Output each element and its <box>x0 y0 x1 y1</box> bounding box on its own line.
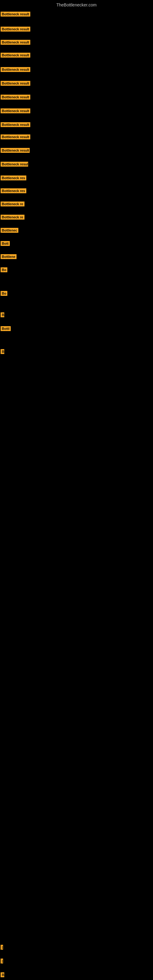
bottleneck-row: Bottleneck result <box>1 95 30 101</box>
bottleneck-label: | <box>1 945 3 950</box>
bottleneck-label: Bottleneck result <box>1 27 30 32</box>
bottleneck-label: Bottleneck result <box>1 108 30 113</box>
bottleneck-row: Bottleneck result <box>1 67 30 73</box>
bottleneck-row: B <box>1 349 4 355</box>
bottleneck-label: Bottleneck res <box>1 175 26 180</box>
bottleneck-label: Bottleneck re <box>1 202 24 207</box>
bottleneck-row: Bottleneck res <box>1 188 26 194</box>
bottleneck-row: Bottlene <box>1 254 16 260</box>
bottleneck-label: Bottleneck result <box>1 67 30 72</box>
bottleneck-label: Bottleneck result <box>1 134 30 139</box>
bottleneck-row: Bottl <box>1 326 11 332</box>
bottleneck-label: B <box>1 312 4 317</box>
bottleneck-row: Bottleneck result <box>1 40 30 46</box>
bottleneck-label: Bo <box>1 291 7 296</box>
bottleneck-row: Bottleneck result <box>1 12 30 18</box>
bottleneck-label: Bottleneck resul <box>1 162 28 167</box>
bottleneck-label: Bottleneck result <box>1 52 30 57</box>
bottleneck-row: Bo <box>1 291 7 297</box>
bottleneck-row: Bottleneck result <box>1 27 30 33</box>
bottleneck-row: B <box>1 972 4 978</box>
bottleneck-row: Bottlenec <box>1 228 18 234</box>
bottleneck-row: | <box>1 959 3 965</box>
bottleneck-row: | <box>1 945 3 951</box>
bottleneck-label: Bottleneck result <box>1 122 30 127</box>
bottleneck-label: B <box>1 972 4 977</box>
bottleneck-row: Bottleneck result <box>1 134 30 140</box>
bottleneck-row: Bottleneck result <box>1 108 30 115</box>
bottleneck-row: Bottleneck res <box>1 175 26 181</box>
bottleneck-label: Bottl <box>1 326 11 331</box>
bottleneck-label: Bott <box>1 241 10 246</box>
bottleneck-label: B <box>1 349 4 354</box>
bottleneck-row: B <box>1 312 4 318</box>
bottleneck-row: Bottleneck result <box>1 81 30 87</box>
bottleneck-label: Bottlenec <box>1 228 18 233</box>
bottleneck-row: Bottleneck result <box>1 52 30 59</box>
bottleneck-label: Bottleneck res <box>1 188 26 193</box>
bottleneck-row: Bottleneck re <box>1 202 24 208</box>
bottleneck-label: Bottleneck result <box>1 95 30 100</box>
bottleneck-label: Bottleneck result <box>1 40 30 45</box>
bottleneck-row: Bott <box>1 241 10 247</box>
bottleneck-label: | <box>1 959 3 964</box>
bottleneck-label: Bottleneck result <box>1 12 30 16</box>
bottleneck-row: Bottleneck resul <box>1 162 28 168</box>
bottleneck-label: Bottleneck result <box>1 148 30 153</box>
bottleneck-row: Bo <box>1 267 7 274</box>
bottleneck-row: Bottleneck re <box>1 215 24 221</box>
site-title: TheBottlenecker.com <box>0 0 153 10</box>
bottleneck-label: Bottleneck re <box>1 215 24 220</box>
bottleneck-label: Bo <box>1 267 7 272</box>
bottleneck-label: Bottleneck result <box>1 81 30 86</box>
bottleneck-row: Bottleneck result <box>1 148 30 154</box>
bottleneck-row: Bottleneck result <box>1 122 30 128</box>
bottleneck-label: Bottlene <box>1 254 16 259</box>
